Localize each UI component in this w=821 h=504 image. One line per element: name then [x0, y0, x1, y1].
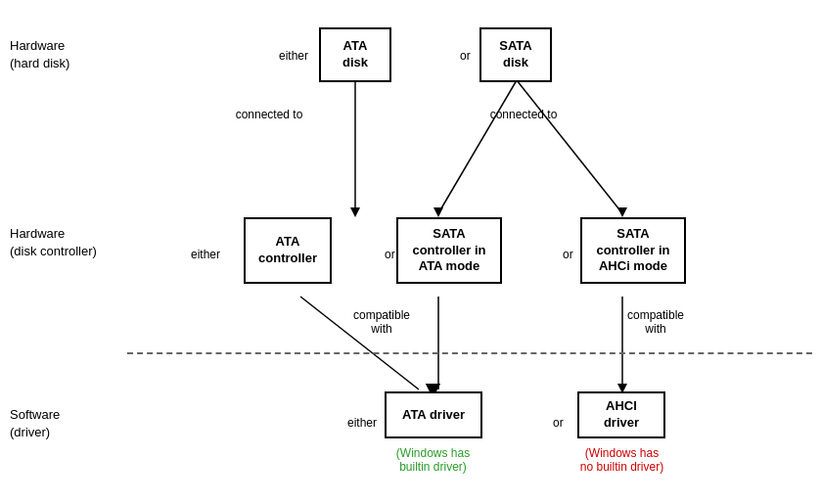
box-ahci-driver: AHCIdriver [577, 391, 665, 438]
svg-line-4 [517, 80, 622, 213]
label-connected-to-1: connected to [225, 108, 313, 121]
box-ata-driver: ATA driver [385, 391, 482, 438]
dashed-divider [127, 352, 812, 354]
note-ata: (Windows hasbuiltin driver) [377, 446, 489, 474]
box-ata-controller: ATAcontroller [244, 217, 332, 284]
label-or-4: or [553, 416, 564, 430]
label-either-2: either [191, 248, 220, 261]
box-sata-controller-ata: SATAcontroller inATA mode [396, 217, 502, 284]
box-sata-controller-ahci: SATAcontroller inAHCi mode [580, 217, 686, 284]
label-hardware-dc: Hardware(disk controller) [10, 225, 97, 260]
box-sata-disk: SATAdisk [479, 27, 552, 82]
label-or-2: or [385, 248, 395, 261]
box-ata-disk: ATAdisk [319, 27, 391, 82]
label-software-drv: Software(driver) [10, 406, 60, 441]
label-or-1: or [460, 49, 471, 63]
label-either-3: either [347, 416, 377, 430]
label-either-1: either [279, 49, 308, 63]
label-or-3: or [563, 248, 573, 261]
label-compatible-with-1: compatiblewith [342, 308, 421, 336]
svg-marker-3 [433, 207, 443, 217]
svg-line-2 [438, 80, 517, 213]
note-ahci: (Windows hasno builtin driver) [566, 446, 678, 474]
diagram: Hardware(hard disk) Hardware(disk contro… [0, 0, 821, 504]
label-compatible-with-2: compatiblewith [616, 308, 695, 336]
label-connected-to-2: connected to [479, 108, 568, 121]
svg-marker-5 [617, 207, 627, 217]
label-hardware-hd: Hardware(hard disk) [10, 37, 69, 72]
svg-marker-1 [350, 207, 360, 217]
